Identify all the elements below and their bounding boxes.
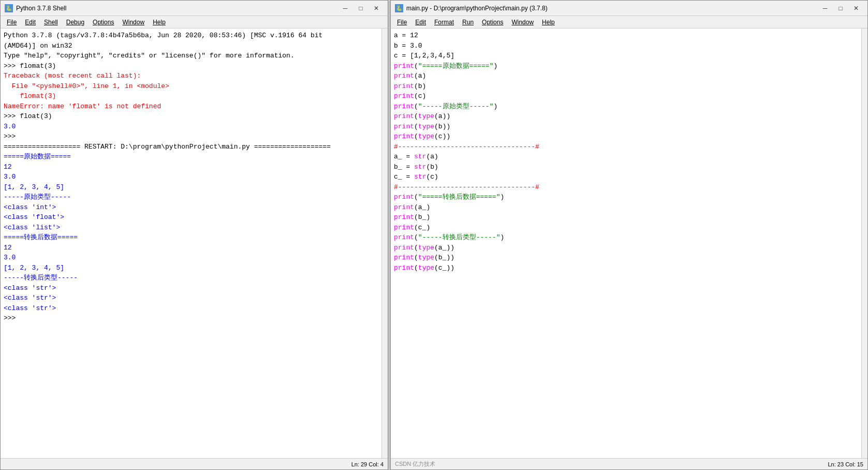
editor-menu-bar: File Edit Format Run Options Window Help [391, 16, 867, 28]
editor-code-line: b = 3.0 [394, 41, 858, 51]
editor-menu-options[interactable]: Options [478, 18, 507, 27]
editor-code-area-wrapper: a = 12b = 3.0c = [1,2,3,4,5]print("=====… [391, 28, 867, 458]
shell-code-line: [1, 2, 3, 4, 5] [4, 263, 378, 273]
shell-code-line: -----原始类型----- [4, 192, 378, 202]
editor-code-line: print(type(c)) [394, 131, 858, 142]
left-shell-panel: 🐍 Python 3.7.8 Shell ─ □ ✕ File Edit She… [0, 0, 388, 470]
shell-menu-file[interactable]: File [3, 18, 21, 27]
shell-code-line: -----转换后类型----- [4, 273, 378, 283]
editor-code-line: c = [1,2,3,4,5] [394, 51, 858, 61]
shell-code-line: =====转换后数据===== [4, 232, 378, 243]
shell-code-line: 3.0 [4, 172, 378, 182]
editor-code-line: print(type(c_)) [394, 263, 858, 273]
editor-code-line: print(type(a_)) [394, 243, 858, 253]
shell-status-bar: Ln: 29 Col: 4 [1, 458, 388, 469]
editor-minimize-button[interactable]: ─ [818, 3, 832, 14]
shell-code-line: =================== RESTART: D:\program\… [4, 142, 378, 152]
shell-title-text: Python 3.7.8 Shell [16, 5, 66, 12]
shell-menu-options[interactable]: Options [89, 18, 118, 27]
shell-code-line: Type "help", "copyright", "credits" or "… [4, 51, 378, 61]
editor-code-line: a = 12 [394, 31, 858, 41]
editor-code-line: c_ = str(c) [394, 172, 858, 182]
editor-code-line: print("-----原始类型-----") [394, 101, 858, 112]
shell-minimize-button[interactable]: ─ [338, 3, 352, 14]
editor-icon: 🐍 [395, 4, 403, 12]
shell-code-line: <class 'float'> [4, 212, 378, 223]
shell-code-line: Python 3.7.8 (tags/v3.7.8:4b47a5b6ba, Ju… [4, 31, 378, 41]
shell-code-line: 3.0 [4, 253, 378, 263]
editor-code-line: print(b_) [394, 212, 858, 223]
editor-status-bar: CSDN 亿力技术 Ln: 23 Col: 15 [391, 458, 867, 469]
editor-menu-file[interactable]: File [393, 18, 411, 27]
shell-code-line: <class 'str'> [4, 293, 378, 303]
shell-code-line: flomat(3) [4, 91, 378, 101]
shell-code-line: <class 'str'> [4, 303, 378, 314]
shell-menu-shell[interactable]: Shell [40, 18, 62, 27]
shell-code-line: >>> [4, 313, 378, 324]
shell-title-left: 🐍 Python 3.7.8 Shell [5, 4, 66, 12]
editor-code-line: print(c) [394, 91, 858, 101]
editor-code-area[interactable]: a = 12b = 3.0c = [1,2,3,4,5]print("=====… [391, 28, 861, 458]
editor-code-line: #----------------------------------# [394, 142, 858, 152]
editor-code-line: print("=====转换后数据=====") [394, 192, 858, 202]
editor-title-buttons: ─ □ ✕ [818, 3, 863, 14]
editor-menu-run[interactable]: Run [458, 18, 478, 27]
editor-code-line: print(type(b)) [394, 122, 858, 132]
shell-code-line: <class 'str'> [4, 283, 378, 293]
editor-close-button[interactable]: ✕ [849, 3, 863, 14]
shell-title-buttons: ─ □ ✕ [338, 3, 384, 14]
shell-code-line: >>> float(3) [4, 111, 378, 122]
shell-code-area-wrapper: Python 3.7.8 (tags/v3.7.8:4b47a5b6ba, Ju… [1, 28, 388, 458]
shell-code-line: Traceback (most recent call last): [4, 71, 378, 81]
shell-code-line: File "<pyshell#0>", line 1, in <module> [4, 81, 378, 92]
editor-code-line: print(type(b_)) [394, 253, 858, 263]
shell-code-line: 12 [4, 243, 378, 253]
shell-icon: 🐍 [5, 4, 13, 12]
shell-maximize-button[interactable]: □ [354, 3, 368, 14]
shell-code-area[interactable]: Python 3.7.8 (tags/v3.7.8:4b47a5b6ba, Ju… [1, 28, 381, 458]
shell-menu-edit[interactable]: Edit [21, 18, 40, 27]
shell-title-bar: 🐍 Python 3.7.8 Shell ─ □ ✕ [1, 1, 388, 16]
shell-code-line: >>> [4, 131, 378, 142]
editor-code-line: #----------------------------------# [394, 182, 858, 193]
shell-code-line: 3.0 [4, 122, 378, 132]
editor-title-left: 🐍 main.py - D:\program\pythonProject\mai… [395, 4, 548, 12]
editor-code-line: print(c_) [394, 223, 858, 233]
editor-code-line: print(b) [394, 81, 858, 92]
editor-scrollbar[interactable] [861, 28, 867, 458]
editor-code-line: print(type(a)) [394, 111, 858, 122]
editor-title-bar: 🐍 main.py - D:\program\pythonProject\mai… [391, 1, 867, 16]
editor-menu-edit[interactable]: Edit [411, 18, 430, 27]
editor-watermark: CSDN 亿力技术 [395, 460, 435, 468]
shell-menu-help[interactable]: Help [149, 18, 170, 27]
shell-code-line: NameError: name 'flomat' is not defined [4, 101, 378, 112]
shell-code-line: 12 [4, 162, 378, 172]
editor-code-line: print("=====原始数据=====") [394, 61, 858, 71]
editor-code-line: a_ = str(a) [394, 152, 858, 162]
right-editor-panel: 🐍 main.py - D:\program\pythonProject\mai… [390, 0, 868, 470]
editor-maximize-button[interactable]: □ [833, 3, 848, 14]
editor-code-line: print(a_) [394, 202, 858, 213]
shell-status-text: Ln: 29 Col: 4 [351, 461, 384, 467]
shell-code-line: <class 'list'> [4, 223, 378, 233]
shell-code-line: >>> flomat(3) [4, 61, 378, 71]
shell-menu-window[interactable]: Window [118, 18, 149, 27]
shell-code-line: =====原始数据===== [4, 152, 378, 162]
editor-title-text: main.py - D:\program\pythonProject\main.… [406, 5, 548, 12]
editor-status-text: Ln: 23 Col: 15 [828, 461, 864, 467]
editor-menu-format[interactable]: Format [430, 18, 458, 27]
shell-code-line: (AMD64)] on win32 [4, 41, 378, 51]
editor-code-line: print("-----转换后类型-----") [394, 232, 858, 243]
shell-code-line: [1, 2, 3, 4, 5] [4, 182, 378, 193]
editor-code-line: print(a) [394, 71, 858, 81]
editor-code-line: b_ = str(b) [394, 162, 858, 172]
shell-scrollbar[interactable] [381, 28, 388, 458]
editor-menu-window[interactable]: Window [507, 18, 538, 27]
shell-menu-bar: File Edit Shell Debug Options Window Hel… [1, 16, 388, 28]
shell-code-line: <class 'int'> [4, 202, 378, 213]
shell-menu-debug[interactable]: Debug [62, 18, 89, 27]
editor-menu-help[interactable]: Help [538, 18, 559, 27]
shell-close-button[interactable]: ✕ [369, 3, 384, 14]
